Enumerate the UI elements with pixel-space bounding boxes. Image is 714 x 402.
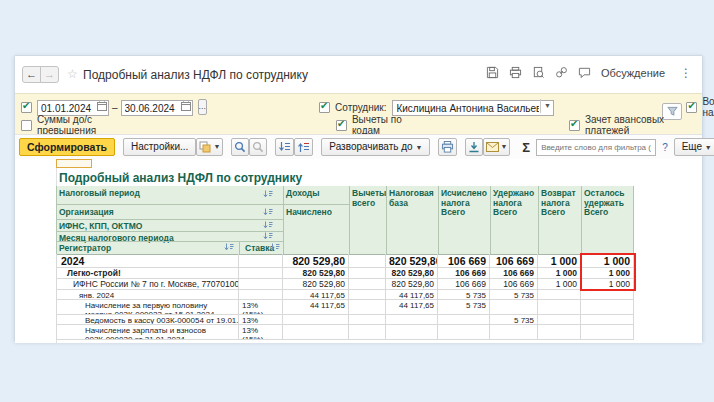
row-label: Ведомость в кассу 003К-000054 от 19.01.2… bbox=[56, 315, 239, 324]
over-limit-label: Суммы до/с превышения bbox=[37, 114, 140, 136]
expand-to-button[interactable]: Разворачивать до ▼ bbox=[321, 138, 430, 156]
row-remaining bbox=[581, 315, 634, 324]
row-refund bbox=[538, 315, 581, 324]
print-button[interactable] bbox=[438, 138, 457, 156]
row-deductions bbox=[349, 290, 386, 299]
search-button[interactable] bbox=[231, 138, 249, 156]
row-withheld: 5 735 bbox=[490, 315, 538, 324]
more-button[interactable]: Еще ▼ bbox=[674, 138, 714, 156]
row-refund: 1 000 bbox=[538, 254, 581, 267]
print-icon[interactable] bbox=[509, 66, 523, 80]
table-row[interactable]: янв. 2024 44 117,65 44 117,65 5 735 5 73… bbox=[56, 290, 634, 300]
row-withheld: 5 735 bbox=[490, 290, 538, 299]
col-income[interactable]: Доходы bbox=[283, 187, 349, 201]
row-withheld: 106 669 bbox=[490, 254, 538, 267]
table-row[interactable]: Легко-строй! 820 529,80 820 529,80 106 6… bbox=[56, 268, 634, 279]
row-rate: 13% (15%) bbox=[239, 300, 283, 314]
help-link[interactable]: ? bbox=[662, 142, 668, 153]
row-deductions bbox=[349, 315, 386, 324]
dropdown-caret-icon: ▼ bbox=[213, 139, 220, 155]
settings-button[interactable]: Настройки... bbox=[123, 138, 196, 156]
col-organization[interactable]: Организация bbox=[56, 206, 283, 220]
generate-button[interactable]: Сформировать bbox=[19, 138, 115, 156]
row-rate bbox=[239, 290, 283, 299]
row-label: 2024 bbox=[56, 254, 239, 267]
favorite-star-icon[interactable]: ☆ bbox=[67, 67, 78, 81]
window-title: Подробный анализ НДФЛ по сотруднику bbox=[83, 68, 308, 82]
expand-groups-button[interactable] bbox=[294, 138, 313, 156]
row-income: 820 529,80 bbox=[283, 254, 349, 267]
preview-icon[interactable] bbox=[532, 66, 546, 80]
forward-button[interactable]: → bbox=[40, 66, 59, 83]
col-tax-base[interactable]: Налоговая база bbox=[386, 187, 438, 211]
row-rate bbox=[239, 254, 283, 267]
discussion-icon[interactable] bbox=[578, 66, 592, 80]
row-refund bbox=[538, 300, 581, 314]
row-refund: 1 000 bbox=[538, 268, 581, 278]
col-tax-period[interactable]: Налоговый период bbox=[56, 187, 283, 201]
link-icon[interactable] bbox=[555, 66, 569, 80]
row-base bbox=[386, 315, 438, 324]
report-title: Подробный анализ НДФЛ по сотруднику bbox=[59, 171, 302, 185]
row-assessed: 5 735 bbox=[438, 290, 490, 299]
period-variants-button[interactable]: ... bbox=[198, 99, 208, 115]
employee-dropdown-icon[interactable]: ▼ bbox=[540, 99, 553, 113]
row-income: 820 529,80 bbox=[283, 279, 349, 289]
col-refund-total[interactable]: Всего bbox=[538, 206, 581, 220]
check-icon: ✔ bbox=[337, 118, 345, 129]
col-deductions[interactable]: Вычеты всего bbox=[349, 187, 386, 211]
table-row[interactable]: Ведомость в кассу 003К-000054 от 19.01.2… bbox=[56, 315, 634, 325]
row-assessed bbox=[438, 325, 490, 339]
check-icon: ✔ bbox=[687, 100, 695, 111]
table-row[interactable]: Начисление за первую половину месяца 003… bbox=[56, 300, 634, 315]
row-remaining: 1 000 bbox=[581, 254, 634, 267]
sort-icon[interactable] bbox=[263, 190, 273, 199]
discussion-label[interactable]: Обсуждение bbox=[601, 67, 665, 79]
row-base bbox=[386, 325, 438, 339]
sort-icon[interactable] bbox=[263, 232, 273, 241]
sort-icon[interactable] bbox=[224, 243, 234, 252]
row-rate bbox=[239, 279, 283, 289]
advance-offset-checkbox[interactable]: ✔ bbox=[569, 120, 580, 131]
report-variants-button[interactable]: ▼ bbox=[196, 138, 223, 156]
row-assessed bbox=[438, 315, 490, 324]
more-menu-icon[interactable]: ⋮ bbox=[680, 66, 692, 80]
tax-refund-checkbox[interactable]: ✔ bbox=[686, 102, 697, 113]
row-label: ИФНС России № 7 по г. Москве, 770701001,… bbox=[56, 279, 239, 289]
deduction-codes-checkbox[interactable]: ✔ bbox=[336, 120, 347, 131]
save-icon[interactable] bbox=[486, 66, 500, 80]
row-withheld bbox=[490, 300, 538, 314]
row-base: 44 117,65 bbox=[386, 290, 438, 299]
report-window: ← → ☆ Подробный анализ НДФЛ по сотрудник… bbox=[14, 55, 703, 342]
sort-icon[interactable] bbox=[263, 221, 273, 230]
row-deductions bbox=[349, 300, 386, 314]
col-withheld-total[interactable]: Всего bbox=[490, 206, 538, 220]
row-refund bbox=[538, 325, 581, 339]
save-result-button[interactable] bbox=[465, 138, 483, 156]
send-email-button[interactable]: ▼ bbox=[483, 138, 510, 156]
employee-checkbox[interactable]: ✔ bbox=[319, 102, 330, 113]
report-grid: 2024 820 529,80 820 529,80 106 669 106 6… bbox=[56, 254, 634, 340]
table-row[interactable]: Начисление зарплаты и взносов 003К-00003… bbox=[56, 325, 634, 340]
row-label: Легко-строй! bbox=[56, 268, 239, 278]
sort-icon[interactable] bbox=[270, 243, 280, 252]
over-limit-checkbox[interactable] bbox=[21, 120, 32, 131]
calendar-icon[interactable] bbox=[181, 101, 191, 111]
filter-panel: ✔ – ... ✔ Сотрудник: ▼ ✔ Возв bbox=[15, 93, 702, 134]
calendar-icon[interactable] bbox=[97, 101, 107, 111]
col-assessed-total[interactable]: Всего bbox=[438, 206, 490, 220]
dropdown-caret-icon: ▼ bbox=[415, 144, 422, 151]
find-next-button[interactable] bbox=[249, 138, 267, 156]
quick-filter-input[interactable] bbox=[536, 139, 656, 156]
col-remaining-total[interactable]: Всего bbox=[581, 206, 634, 220]
back-button[interactable]: ← bbox=[22, 66, 41, 83]
table-row[interactable]: 2024 820 529,80 820 529,80 106 669 106 6… bbox=[56, 254, 634, 268]
col-accrued[interactable]: Начислено bbox=[283, 206, 349, 220]
active-cell-cursor[interactable] bbox=[56, 159, 92, 168]
table-row[interactable]: ИФНС России № 7 по г. Москве, 770701001,… bbox=[56, 279, 634, 290]
check-icon: ✔ bbox=[570, 118, 578, 129]
period-checkbox[interactable]: ✔ bbox=[21, 102, 32, 113]
collapse-groups-button[interactable] bbox=[275, 138, 294, 156]
autosum-button[interactable]: Σ bbox=[522, 140, 530, 155]
sort-icon[interactable] bbox=[263, 208, 273, 217]
